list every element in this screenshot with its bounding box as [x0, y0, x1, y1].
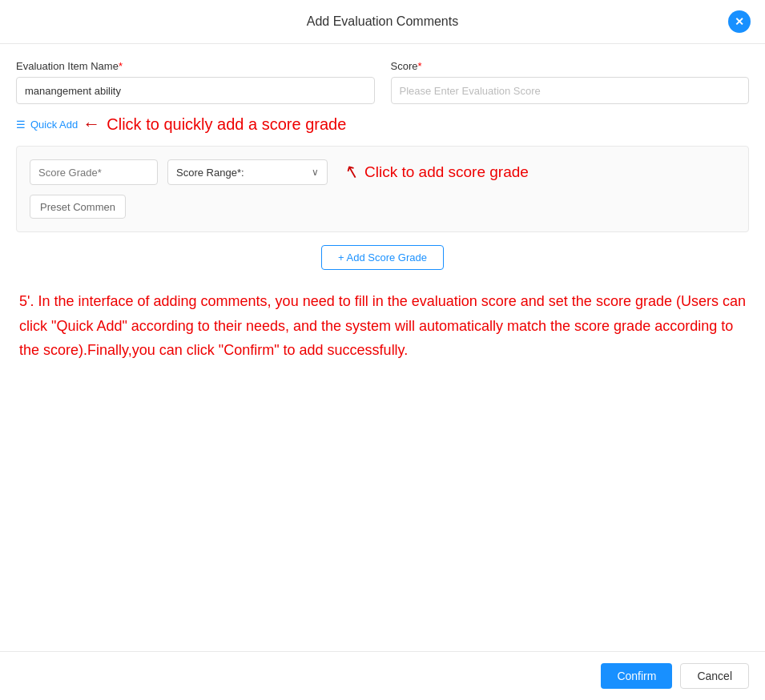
preset-btn-row: Preset Commen [30, 195, 735, 219]
confirm-button[interactable]: Confirm [601, 663, 672, 689]
instruction-text: 5'. In the interface of adding comments,… [16, 289, 749, 363]
quick-add-link[interactable]: Quick Add [30, 119, 78, 131]
quick-add-annotation: Click to quickly add a score grade [107, 115, 346, 134]
score-label: Score* [391, 60, 750, 72]
preset-comment-button[interactable]: Preset Commen [30, 195, 126, 219]
score-required: * [417, 60, 421, 72]
eval-item-label: Evaluation Item Name* [16, 60, 375, 72]
add-score-grade-button[interactable]: + Add Score Grade [321, 245, 444, 270]
form-row: Evaluation Item Name* Score* [16, 60, 749, 104]
eval-item-required: * [119, 60, 123, 72]
score-grade-row: Score Range*: ∨ ↖ Click to add score gra… [30, 159, 735, 185]
close-button[interactable]: ✕ [728, 10, 751, 33]
add-grade-annotation-text: Click to add score grade [364, 163, 529, 181]
modal-body: Evaluation Item Name* Score* ☰ Quick Add… [0, 44, 765, 700]
score-range-dropdown-icon: ∨ [312, 167, 319, 178]
modal-header: Add Evaluation Comments ✕ [0, 0, 765, 44]
eval-item-group: Evaluation Item Name* [16, 60, 375, 104]
modal-footer: Confirm Cancel [0, 651, 765, 700]
score-grade-section: Score Range*: ∨ ↖ Click to add score gra… [16, 146, 749, 232]
modal-title: Add Evaluation Comments [307, 14, 458, 29]
add-grade-annotation: ↖ Click to add score grade [345, 162, 529, 183]
score-range-label: Score Range*: [176, 167, 244, 179]
score-range-container[interactable]: Score Range*: ∨ [167, 159, 328, 185]
up-arrow-icon: ↖ [343, 160, 362, 184]
score-grade-input[interactable] [30, 159, 158, 185]
quick-add-icon: ☰ [16, 119, 26, 131]
cancel-button[interactable]: Cancel [680, 663, 749, 689]
modal-container: Add Evaluation Comments ✕ Evaluation Ite… [0, 0, 765, 700]
eval-item-input[interactable] [16, 77, 375, 104]
left-arrow-icon: ← [83, 114, 100, 135]
quick-add-row: ☰ Quick Add ← Click to quickly add a sco… [16, 114, 749, 135]
score-group: Score* [391, 60, 750, 104]
score-input[interactable] [391, 77, 750, 104]
